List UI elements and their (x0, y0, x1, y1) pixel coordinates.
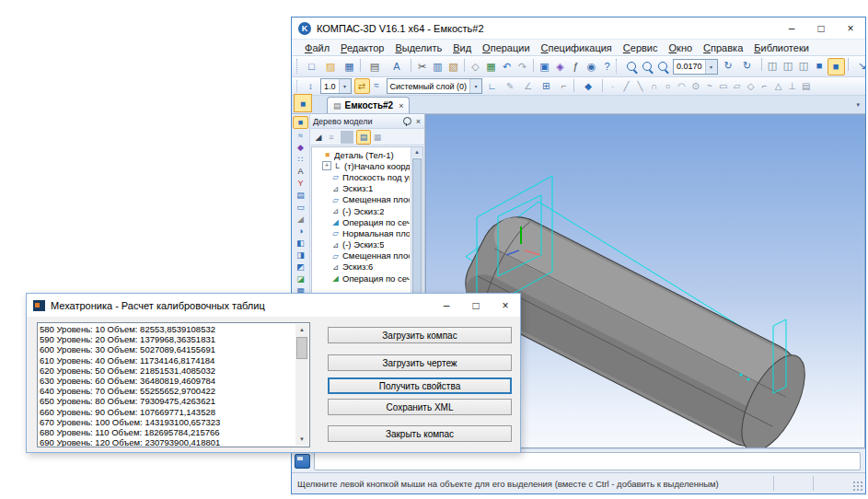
menu-item[interactable]: Спецификация (536, 42, 618, 53)
spreadsheet-icon[interactable]: ▣ (537, 59, 552, 75)
change-size-icon[interactable]: ↕ (304, 79, 318, 93)
panel-curves-icon[interactable]: ≈ (294, 130, 307, 141)
scrollbar-thumb[interactable] (296, 337, 307, 359)
invert-colors-icon[interactable]: ⇄ (354, 78, 370, 94)
tree-save-state-icon[interactable]: ▤ (356, 130, 371, 145)
shaded-view-icon[interactable]: ■ (812, 58, 827, 74)
calibration-row[interactable]: 630 Уровень: 60 Объем: 36480819,4609784 (40, 376, 295, 386)
calibration-row[interactable]: 670 Уровень: 100 Объем: 143193100,657323 (40, 417, 295, 427)
scroll-up-icon[interactable]: ▲ (411, 147, 422, 157)
tree-item-sketch2[interactable]: ⊿ (-) Эскиз:2 (314, 205, 410, 216)
arc2-tool-icon[interactable]: ◠ (675, 79, 689, 93)
document-tab[interactable]: ▤ Емкость#2 × (327, 97, 410, 113)
tree-item-sketch5[interactable]: ⊿ (-) Эскиз:5 (314, 239, 410, 250)
perpendicular-tool-icon[interactable]: ⊥ (785, 79, 799, 93)
menu-item[interactable]: Файл (299, 42, 335, 53)
calibration-row[interactable]: 650 Уровень: 80 Объем: 79309475,4263621 (40, 396, 295, 406)
compact-panel-icon[interactable]: ■ (294, 94, 312, 112)
calibration-row[interactable]: 610 Уровень: 40 Объем: 11734146,8174184 (40, 355, 295, 366)
menu-item[interactable]: Вид (447, 42, 477, 53)
line-tool-icon[interactable]: ╱ (619, 79, 633, 93)
toolbar-icon[interactable] (761, 58, 762, 71)
hatch-tool-icon[interactable]: ▤ (799, 79, 813, 93)
zoom-page-icon[interactable] (654, 59, 670, 75)
tree-expander-icon[interactable] (322, 252, 330, 260)
minimize-button[interactable]: – (777, 17, 806, 39)
point-tool-icon[interactable]: ∙ (606, 79, 619, 93)
tree-structure-icon[interactable]: ▦ (371, 131, 384, 144)
ortho-icon[interactable]: ⌐ (557, 79, 571, 93)
toolbar-icon[interactable] (573, 79, 574, 92)
spline-tool-icon[interactable]: ~ (702, 79, 716, 93)
library-panel-icon[interactable] (295, 454, 310, 469)
list-scrollbar[interactable]: ▲ ▼ (295, 324, 308, 446)
tree-filter-icon[interactable]: ◢ (312, 131, 325, 144)
document-scale-combo[interactable]: 1.0 ▾ (320, 78, 352, 94)
calibration-row[interactable]: 600 Уровень: 30 Объем: 5027089,64155691 (40, 344, 295, 354)
combo-arrow-icon[interactable]: ▾ (339, 79, 351, 93)
tree-item-loft2[interactable]: ◢ Операция по сечения (314, 273, 410, 284)
chamfer-tool-icon[interactable]: ⌐ (758, 79, 771, 93)
panel-body3-icon[interactable]: ◩ (294, 261, 307, 273)
toolbar-grip[interactable] (296, 59, 300, 73)
zoom-scale-combo[interactable]: 0.0170 ▾ (673, 59, 718, 75)
sketch-edit-icon[interactable]: ✎ (499, 79, 521, 93)
menu-item[interactable]: Редактор (335, 42, 389, 53)
open-document-icon[interactable]: ▨ (319, 59, 341, 75)
calibration-row[interactable]: 590 Уровень: 20 Объем: 1379968,36351831 (40, 334, 295, 344)
wireframe-view-icon[interactable]: ◫ (765, 58, 781, 74)
help-icon[interactable]: ? (599, 59, 615, 75)
calibration-row[interactable]: 660 Уровень: 90 Объем: 107669771,143528 (40, 407, 295, 417)
combo-arrow-icon[interactable]: ▾ (705, 60, 717, 74)
calculator-icon[interactable]: ▦ (483, 59, 499, 75)
menu-item[interactable]: Справка (698, 42, 748, 53)
refresh-icon[interactable]: ↻ (721, 58, 736, 74)
calibration-row[interactable]: 680 Уровень: 110 Объем: 182695784,215766 (40, 427, 295, 437)
tree-item-sketch1[interactable]: ⊿ Эскиз:1 (314, 183, 410, 194)
tree-expander-icon[interactable] (322, 196, 330, 203)
panel-array-icon[interactable]: ∷ (294, 154, 307, 165)
load-drawing-button[interactable]: Загрузить чертеж (328, 354, 512, 371)
tree-view-mode-icon[interactable]: ≡ (325, 131, 338, 144)
menu-item[interactable]: Сервис (618, 42, 664, 53)
tree-item-normal-plane[interactable]: ▱ Нормальная плоскос (314, 227, 410, 238)
close-kompas-button[interactable]: Закрыть компас (328, 425, 512, 442)
layers-icon[interactable]: ≈ (370, 78, 384, 92)
save-xml-button[interactable]: Сохранить XML (328, 399, 512, 415)
undo-icon[interactable]: ↶ (499, 59, 515, 75)
tree-item-offset-plane1[interactable]: ▱ Смещенная плоскост (314, 194, 410, 205)
menu-item[interactable]: Выделить (389, 42, 447, 53)
maximize-button[interactable]: □ (806, 17, 836, 39)
copy-icon[interactable]: ▥ (430, 59, 446, 75)
tree-expander-icon[interactable] (322, 229, 330, 237)
panel-surfaces-icon[interactable]: ◆ (294, 142, 307, 153)
panel-model-icon[interactable]: ■ (293, 116, 308, 129)
paste-icon[interactable]: ▧ (446, 59, 461, 75)
menu-item[interactable]: Окно (664, 42, 699, 53)
dialog-maximize-button[interactable]: □ (461, 294, 491, 317)
dialog-close-button[interactable]: × (491, 294, 520, 317)
tree-expander-icon[interactable] (322, 241, 330, 249)
toolbar-icon[interactable] (533, 59, 534, 72)
hidden-lines-view-icon[interactable]: ◫ (781, 58, 796, 74)
tree-toolbar-icon[interactable] (341, 131, 353, 144)
combo-arrow-icon[interactable]: ▾ (469, 79, 481, 93)
zoom-area-icon[interactable] (639, 59, 654, 75)
variables-icon[interactable]: ƒ (568, 59, 584, 75)
panel-body4-icon[interactable]: ◪ (294, 273, 307, 284)
pin-icon[interactable] (403, 117, 411, 125)
toolbar-icon[interactable] (464, 59, 465, 72)
triangle-tool-icon[interactable]: △ (771, 79, 785, 93)
panel-view-icon[interactable]: ◑ (294, 226, 307, 237)
tree-expander-icon[interactable] (314, 151, 321, 158)
hidden-lines-thin-view-icon[interactable]: ◫ (796, 58, 812, 74)
library-manager-icon[interactable]: ◉ (584, 59, 599, 75)
tree-expander-icon[interactable]: + (322, 161, 331, 170)
tree-expander-icon[interactable] (322, 218, 330, 226)
cut-icon[interactable]: ✂ (414, 59, 430, 75)
print-preview-icon[interactable]: A (386, 59, 408, 75)
tree-close-icon[interactable]: × (416, 117, 421, 126)
toolbar-icon[interactable] (360, 59, 361, 72)
toolbar-grip[interactable] (296, 80, 300, 92)
panel-specification-icon[interactable]: ▤ (294, 190, 307, 201)
